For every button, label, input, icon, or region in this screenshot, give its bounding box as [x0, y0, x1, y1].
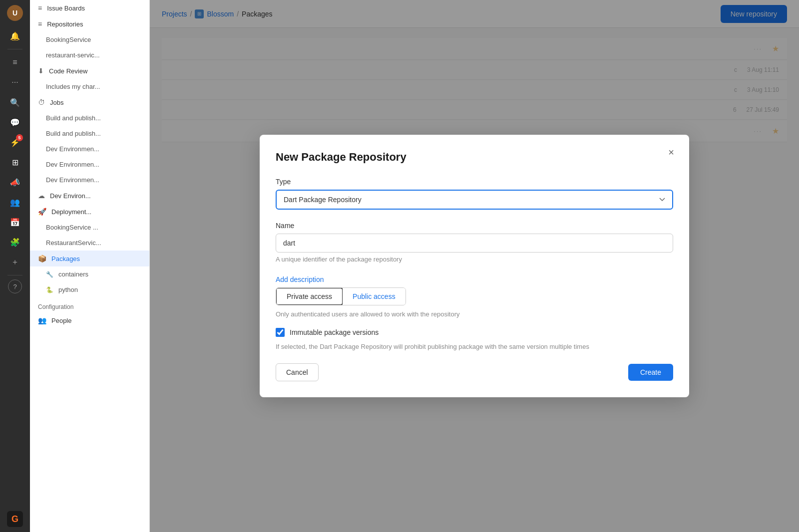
people-nav-icon: 👥	[38, 316, 46, 324]
divider-2	[7, 275, 22, 275]
sidebar-sub-label: restaurant-servic...	[46, 51, 100, 59]
gitlab-icon[interactable]: G	[7, 511, 23, 527]
ellipsis-icon[interactable]: ···	[6, 73, 24, 91]
sidebar-item-python[interactable]: 🐍 python	[30, 282, 149, 297]
public-access-button[interactable]: Public access	[343, 288, 405, 305]
sidebar-item-dev-env-1[interactable]: Dev Environmen...	[30, 141, 149, 157]
sidebar-item-includes-my-char[interactable]: Includes my char...	[30, 79, 149, 94]
sidebar-sub-label: BookingService ...	[46, 224, 98, 231]
sidebar-item-restaurant-deploy[interactable]: RestaurantServic...	[30, 235, 149, 251]
sidebar-item-dev-env-3[interactable]: Dev Environmen...	[30, 172, 149, 188]
main-content: Projects / ⊞ Blossom / Packages New repo…	[150, 0, 799, 532]
sidebar-item-label: Deployment...	[51, 208, 91, 216]
modal-close-button[interactable]: ×	[663, 145, 679, 161]
sidebar-item-label: People	[51, 317, 71, 324]
private-access-button[interactable]: Private access	[276, 287, 343, 305]
type-label: Type	[276, 178, 673, 186]
cancel-button[interactable]: Cancel	[276, 363, 319, 381]
access-toggle: Private access Public access	[276, 287, 406, 305]
sidebar-nav: ≡ Issue Boards ≡ Repositories BookingSer…	[30, 0, 150, 532]
calendar-icon[interactable]: 📅	[6, 213, 24, 231]
sidebar-sub-label: Build and publish...	[46, 114, 101, 122]
sidebar-item-issue-boards[interactable]: ≡ Issue Boards	[30, 0, 149, 16]
immutable-checkbox-row: Immutable package versions	[276, 328, 673, 337]
python-icon: 🐍	[46, 286, 53, 293]
sidebar-item-label: Jobs	[50, 99, 63, 106]
divider	[7, 49, 22, 49]
cloud-icon: ☁	[38, 192, 45, 200]
help-icon[interactable]: ?	[8, 279, 22, 293]
name-label: Name	[276, 222, 673, 230]
sidebar-item-deployments[interactable]: 🚀 Deployment...	[30, 204, 149, 220]
chat-icon[interactable]: 💬	[6, 113, 24, 131]
sidebar-item-label: Issue Boards	[47, 4, 85, 12]
modal-title: New Package Repository	[276, 151, 673, 164]
sidebar-sub-label: Includes my char...	[46, 83, 100, 90]
sidebar-sub-label: RestaurantServic...	[46, 239, 101, 247]
sidebar-item-repositories[interactable]: ≡ Repositories	[30, 16, 149, 32]
sidebar-icon-rail: U 🔔 ≡ ··· 🔍 💬 ⚡ 5 ⊞ 📣 👥 📅 🧩 ＋ ? G	[0, 0, 30, 532]
sidebar-item-build-1[interactable]: Build and publish...	[30, 110, 149, 126]
issue-boards-icon[interactable]: ≡	[6, 53, 24, 71]
name-form-group: Name A unique identifier of the package …	[276, 222, 673, 263]
sidebar-sub-label: Dev Environmen...	[46, 145, 99, 153]
type-select[interactable]: Dart Package Repository Maven Repository…	[276, 190, 673, 210]
issue-boards-icon: ≡	[38, 4, 42, 12]
sidebar-sub-label: Build and publish...	[46, 130, 101, 137]
sidebar-sub-label: python	[58, 286, 78, 293]
megaphone-icon[interactable]: 📣	[6, 173, 24, 191]
sidebar-item-people[interactable]: 👥 People	[30, 312, 149, 328]
repositories-icon: ≡	[38, 20, 42, 28]
notification-badge: 5	[16, 134, 23, 141]
sidebar-sub-label: BookingService	[46, 36, 91, 43]
type-form-group: Type Dart Package Repository Maven Repos…	[276, 178, 673, 210]
sidebar-item-jobs[interactable]: ⏱ Jobs	[30, 94, 149, 110]
immutable-label[interactable]: Immutable package versions	[290, 328, 379, 336]
immutable-description: If selected, the Dart Package Repository…	[276, 342, 673, 352]
plus-circle-icon[interactable]: ＋	[6, 253, 24, 271]
packages-icon: 📦	[38, 255, 46, 263]
immutable-checkbox[interactable]	[276, 328, 285, 337]
sidebar-item-dev-env-2[interactable]: Dev Environmen...	[30, 157, 149, 172]
sidebar-sub-label: Dev Environmen...	[46, 161, 99, 168]
sidebar-item-booking-deploy[interactable]: BookingService ...	[30, 220, 149, 235]
name-input[interactable]	[276, 234, 673, 253]
people-icon[interactable]: 👥	[6, 193, 24, 211]
name-hint: A unique identifier of the package repos…	[276, 256, 673, 263]
sidebar-item-code-review[interactable]: ⬇ Code Review	[30, 63, 149, 79]
deployments-icon: 🚀	[38, 208, 46, 216]
jobs-icon: ⏱	[38, 98, 45, 106]
sidebar-item-packages[interactable]: 📦 Packages	[30, 251, 149, 266]
sidebar-item-label: Packages	[51, 255, 80, 263]
sidebar-item-build-2[interactable]: Build and publish...	[30, 126, 149, 141]
new-package-repository-modal: × New Package Repository Type Dart Packa…	[260, 135, 689, 398]
avatar[interactable]: U	[7, 5, 23, 21]
sidebar-sub-label: containers	[58, 270, 88, 278]
sidebar-item-label: Dev Environ...	[50, 192, 91, 200]
sidebar-sub-label: Dev Environmen...	[46, 176, 99, 184]
grid-icon[interactable]: ⊞	[6, 153, 24, 171]
sidebar-item-booking-service[interactable]: BookingService	[30, 32, 149, 47]
add-description-link[interactable]: Add description	[276, 275, 324, 283]
puzzle-icon[interactable]: 🧩	[6, 233, 24, 251]
sidebar-item-label: Code Review	[49, 67, 87, 75]
modal-footer: Cancel Create	[276, 363, 673, 381]
sidebar-item-label: Repositories	[47, 20, 83, 28]
sidebar-item-dev-environments[interactable]: ☁ Dev Environ...	[30, 188, 149, 204]
search-icon[interactable]: 🔍	[6, 93, 24, 111]
sidebar-item-restaurant-service[interactable]: restaurant-servic...	[30, 47, 149, 63]
create-button[interactable]: Create	[628, 364, 673, 381]
config-section-title: Configuration	[30, 297, 149, 312]
containers-icon: 🔧	[46, 271, 53, 278]
modal-overlay: × New Package Repository Type Dart Packa…	[150, 0, 799, 532]
access-hint: Only authenticated users are allowed to …	[276, 310, 673, 318]
code-review-icon: ⬇	[38, 67, 44, 75]
bell-icon[interactable]: 🔔	[6, 27, 24, 45]
lightning-icon[interactable]: ⚡ 5	[6, 133, 24, 151]
sidebar-item-containers[interactable]: 🔧 containers	[30, 266, 149, 282]
